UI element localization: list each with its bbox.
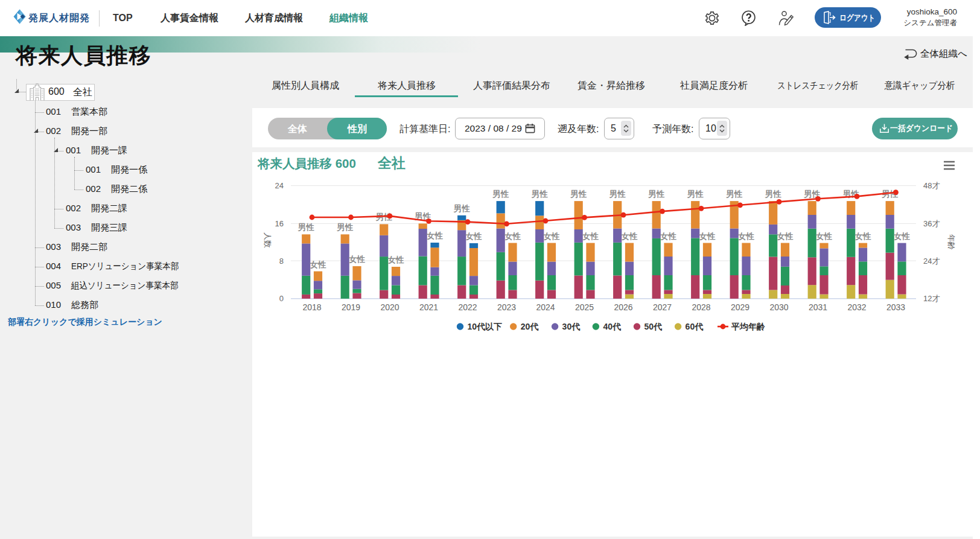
svg-text:男性: 男性 bbox=[725, 190, 743, 199]
svg-text:男性: 男性 bbox=[453, 204, 471, 213]
svg-text:2030: 2030 bbox=[769, 302, 788, 312]
svg-text:女性: 女性 bbox=[893, 232, 911, 241]
svg-text:平均年齢: 平均年齢 bbox=[731, 322, 765, 331]
svg-text:60代: 60代 bbox=[686, 322, 704, 331]
svg-text:2029: 2029 bbox=[731, 302, 749, 312]
svg-text:2022: 2022 bbox=[458, 302, 477, 312]
svg-text:女性: 女性 bbox=[737, 232, 755, 241]
svg-text:36才: 36才 bbox=[923, 219, 940, 228]
svg-text:2019: 2019 bbox=[342, 302, 360, 312]
svg-text:12才: 12才 bbox=[923, 294, 940, 303]
svg-text:2020: 2020 bbox=[380, 302, 399, 312]
svg-text:男性: 男性 bbox=[648, 190, 665, 199]
svg-text:16: 16 bbox=[275, 219, 284, 228]
svg-text:女性: 女性 bbox=[310, 260, 327, 269]
svg-text:2025: 2025 bbox=[575, 302, 594, 312]
svg-text:男性: 男性 bbox=[570, 190, 587, 199]
svg-text:2028: 2028 bbox=[692, 302, 710, 312]
svg-text:2018: 2018 bbox=[302, 302, 321, 312]
svg-text:女性: 女性 bbox=[465, 232, 483, 241]
svg-text:0: 0 bbox=[279, 294, 284, 303]
svg-text:2033: 2033 bbox=[886, 302, 905, 312]
svg-text:2031: 2031 bbox=[809, 302, 827, 312]
svg-text:40代: 40代 bbox=[603, 322, 622, 331]
svg-text:男性: 男性 bbox=[531, 190, 549, 199]
svg-text:女性: 女性 bbox=[543, 232, 561, 241]
svg-text:8: 8 bbox=[279, 257, 284, 266]
svg-text:女性: 女性 bbox=[504, 232, 521, 241]
svg-text:男性: 男性 bbox=[336, 223, 354, 232]
svg-text:女性: 女性 bbox=[426, 231, 444, 240]
svg-text:男性: 男性 bbox=[298, 223, 315, 232]
svg-text:2032: 2032 bbox=[847, 302, 866, 312]
svg-text:男性: 男性 bbox=[765, 190, 782, 199]
svg-text:女性: 女性 bbox=[387, 255, 405, 264]
svg-text:50代: 50代 bbox=[644, 322, 663, 331]
svg-text:女性: 女性 bbox=[815, 232, 833, 241]
svg-text:20代: 20代 bbox=[521, 322, 539, 331]
svg-text:女性: 女性 bbox=[777, 232, 794, 241]
svg-text:人数: 人数 bbox=[263, 232, 272, 248]
svg-text:2027: 2027 bbox=[653, 302, 672, 312]
svg-text:男性: 男性 bbox=[609, 190, 626, 199]
svg-text:10代以下: 10代以下 bbox=[468, 322, 503, 331]
svg-text:2021: 2021 bbox=[419, 302, 438, 312]
svg-text:24: 24 bbox=[275, 181, 284, 190]
svg-text:男性: 男性 bbox=[492, 190, 509, 199]
svg-text:2024: 2024 bbox=[536, 302, 555, 312]
svg-text:48才: 48才 bbox=[923, 181, 940, 190]
svg-text:女性: 女性 bbox=[699, 232, 716, 241]
svg-text:年齢: 年齢 bbox=[947, 234, 956, 250]
svg-text:女性: 女性 bbox=[348, 255, 366, 264]
svg-text:30代: 30代 bbox=[562, 322, 581, 331]
svg-text:2026: 2026 bbox=[614, 302, 632, 312]
svg-text:女性: 女性 bbox=[660, 232, 677, 241]
svg-text:24才: 24才 bbox=[923, 257, 940, 266]
svg-text:女性: 女性 bbox=[621, 232, 638, 241]
svg-text:女性: 女性 bbox=[582, 232, 599, 241]
svg-text:2023: 2023 bbox=[497, 302, 516, 312]
svg-text:女性: 女性 bbox=[854, 232, 872, 241]
svg-text:男性: 男性 bbox=[687, 190, 704, 199]
